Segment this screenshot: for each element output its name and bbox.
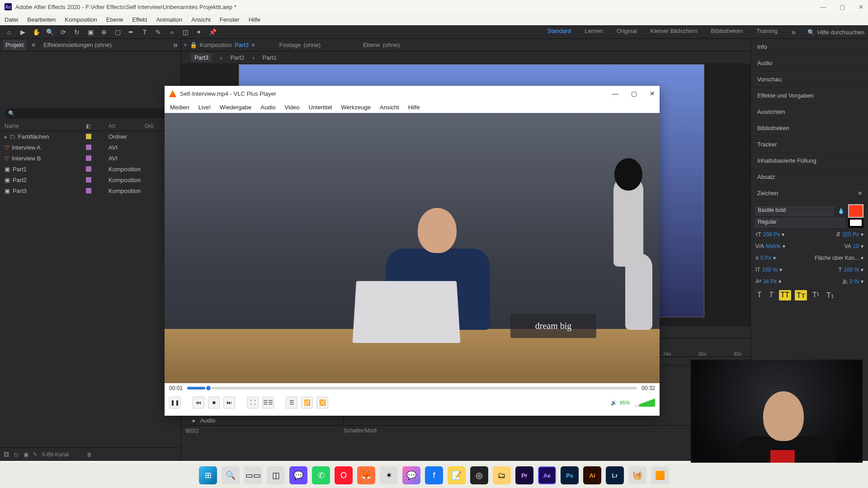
selection-tool-icon[interactable]: ▶	[17, 27, 28, 37]
audio-group[interactable]: ▸Audio	[181, 415, 343, 425]
label-swatch[interactable]	[86, 166, 91, 172]
volume-slider[interactable]	[632, 399, 655, 407]
menu-hilfe[interactable]: Hilfe	[249, 16, 260, 23]
workspace-bibliotheken[interactable]: Bibliotheken	[711, 28, 743, 37]
search-icon[interactable]: 🔍	[807, 29, 815, 36]
font-family-select[interactable]: Bastile bold	[755, 206, 834, 216]
panel-vorschau[interactable]: Vorschau	[751, 71, 868, 88]
tab-projekt[interactable]: Projekt	[3, 40, 26, 50]
toggle-frames-icon[interactable]: ⊡	[194, 427, 199, 434]
facebook-icon[interactable]: f	[425, 466, 443, 484]
whatsapp-icon[interactable]: ✆	[312, 466, 330, 484]
panel-menu-icon[interactable]: ≡	[858, 190, 862, 197]
pause-button[interactable]: ❚❚	[169, 397, 181, 408]
panel-menu-icon[interactable]: ≡	[251, 42, 255, 48]
all-caps-icon[interactable]: TT	[779, 290, 792, 300]
menu-fenster[interactable]: Fenster	[220, 16, 240, 23]
project-search-input[interactable]: 🔍	[5, 108, 176, 118]
menu-live[interactable]: Live!	[198, 104, 211, 111]
workspace-original[interactable]: Original	[617, 28, 637, 37]
menu-wiedergabe[interactable]: Wiedergabe	[220, 104, 251, 111]
menu-bearbeiten[interactable]: Bearbeiten	[27, 16, 56, 23]
explorer-icon[interactable]: 🗂	[493, 466, 511, 484]
faux-italic-icon[interactable]: T	[767, 290, 775, 300]
obs-icon[interactable]: ◎	[470, 466, 488, 484]
menu-datei[interactable]: Datei	[5, 16, 18, 23]
brush-tool-icon[interactable]: ✎	[153, 27, 164, 37]
opera-icon[interactable]: O	[335, 466, 353, 484]
hscale-value[interactable]: 100 %	[844, 267, 859, 273]
panel-overflow-icon[interactable]: »	[173, 40, 178, 50]
vlc-window[interactable]: Self-Interview.mp4 - VLC Plus Player — ▢…	[165, 86, 660, 416]
menu-effekt[interactable]: Effekt	[132, 16, 147, 23]
panel-tracker[interactable]: Tracker	[751, 136, 868, 153]
chevron-down-icon[interactable]: ▾	[783, 243, 785, 249]
next-button[interactable]: ⏭	[223, 397, 235, 408]
type-tool-icon[interactable]: T	[139, 27, 150, 37]
close-icon[interactable]: ✕	[650, 90, 655, 97]
panel-zeichen[interactable]: Zeichen≡	[751, 185, 868, 202]
bit-depth[interactable]: 8-Bit-Kanal	[42, 451, 69, 458]
panel-menu-icon[interactable]: ≡	[32, 42, 35, 48]
chevron-down-icon[interactable]: ▾	[778, 278, 781, 285]
app-icon[interactable]: ✶	[380, 466, 398, 484]
workspace-lernen[interactable]: Lernen	[585, 28, 603, 37]
label-swatch[interactable]	[86, 145, 91, 150]
premiere-icon[interactable]: Pr	[515, 466, 533, 484]
chevron-down-icon[interactable]: ▾	[861, 231, 863, 238]
chevron-down-icon[interactable]: ▾	[773, 255, 776, 261]
viewer-close-icon[interactable]: ×	[184, 42, 187, 48]
stroke-color-swatch[interactable]	[848, 218, 863, 228]
font-style-select[interactable]: Regular	[755, 218, 844, 227]
previous-button[interactable]: ⏮	[193, 397, 204, 408]
project-item[interactable]: ▽Interview A AVI 61,	[0, 142, 180, 153]
hand-tool-icon[interactable]: ✋	[31, 27, 42, 37]
menu-video[interactable]: Video	[284, 104, 299, 111]
project-item[interactable]: ▣Part1 Komposition	[0, 164, 180, 174]
panel-inhaltsbasierte[interactable]: Inhaltsbasierte Füllung	[751, 153, 868, 169]
panel-effekte[interactable]: Effekte und Vorgaben	[751, 88, 868, 104]
minimize-icon[interactable]: —	[820, 4, 826, 10]
start-button[interactable]: ⊞	[199, 466, 217, 484]
chevron-down-icon[interactable]: ▾	[779, 267, 782, 273]
panel-info[interactable]: Info	[751, 39, 868, 55]
minimize-icon[interactable]: —	[612, 90, 618, 97]
vlc-video-area[interactable]: dream big	[165, 113, 660, 383]
clone-tool-icon[interactable]: ⟐	[166, 27, 177, 37]
panel-bibliotheken[interactable]: Bibliotheken	[751, 120, 868, 136]
leading-value[interactable]: 325 Px	[842, 231, 859, 238]
anchor-tool-icon[interactable]: ⊕	[99, 27, 109, 37]
photoshop-icon[interactable]: Ps	[561, 466, 579, 484]
eyedropper-icon[interactable]: 💧	[837, 207, 844, 215]
rect-tool-icon[interactable]: ▢	[112, 27, 123, 37]
project-item[interactable]: ▣Part2 Komposition	[0, 174, 180, 185]
home-tool-icon[interactable]: ⌂	[4, 27, 14, 37]
project-item[interactable]: ▸ 🗀Farbflächen Ordner	[0, 131, 180, 142]
label-swatch[interactable]	[86, 155, 91, 161]
speaker-icon[interactable]: 🔊	[611, 400, 617, 406]
lightroom-icon[interactable]: Lr	[606, 466, 624, 484]
workspace-kleiner[interactable]: Kleiner Bildschirm	[651, 28, 698, 37]
label-swatch[interactable]	[86, 188, 91, 193]
tab-effekteinstellungen[interactable]: Effekteinstellungen (ohne)	[41, 40, 114, 50]
app-icon[interactable]: 🟧	[651, 466, 669, 484]
col-label-icon[interactable]: ◧	[86, 123, 108, 129]
firefox-icon[interactable]: 🦊	[357, 466, 375, 484]
tsume-value[interactable]: 0 %	[849, 278, 859, 285]
label-swatch[interactable]	[86, 134, 91, 139]
puppet-tool-icon[interactable]: 📌	[207, 27, 218, 37]
twirl-icon[interactable]: ▸	[193, 417, 196, 424]
maximize-icon[interactable]: ▢	[631, 90, 637, 97]
menu-ansicht[interactable]: Ansicht	[380, 104, 399, 111]
crumb-part1[interactable]: Part1	[263, 54, 277, 61]
lock-icon[interactable]: 🔒	[190, 42, 197, 48]
toggle-modes-icon[interactable]: ⊟	[190, 427, 194, 434]
chevron-down-icon[interactable]: ▾	[861, 278, 863, 285]
workspace-training[interactable]: Training	[756, 28, 777, 37]
crumb-part3[interactable]: Part3	[191, 53, 212, 62]
label-swatch[interactable]	[86, 177, 91, 183]
workspace-standard[interactable]: Standard	[547, 28, 571, 37]
windows-taskbar[interactable]: ⊞ 🔍 ▭▭ ◫ 💬 ✆ O 🦊 ✶ 💬 f 📝 ◎ 🗂 Pr Ae Ps Ai…	[0, 463, 868, 488]
roto-tool-icon[interactable]: ✦	[193, 27, 204, 37]
toggle-switches-icon[interactable]: ⊞	[185, 427, 190, 434]
